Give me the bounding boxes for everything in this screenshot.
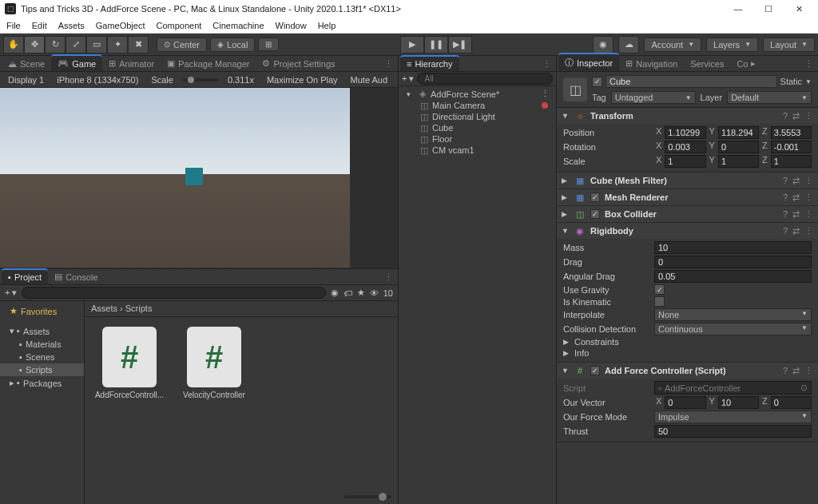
is-kinematic-checkbox[interactable] xyxy=(654,296,665,307)
angular-drag-field[interactable] xyxy=(654,270,812,283)
rigidbody-header[interactable]: ▼◉Rigidbody?⇄⋮ xyxy=(557,223,818,239)
local-button[interactable]: ◈Local xyxy=(210,38,255,52)
hier-cube[interactable]: ◫Cube xyxy=(399,122,556,133)
add-object-button[interactable]: + ▾ xyxy=(402,73,414,84)
position-y[interactable] xyxy=(718,126,759,139)
asset-addforcecontroller[interactable]: # AddForceControll... xyxy=(94,327,165,399)
collab-icon[interactable]: ◉ xyxy=(593,36,614,54)
cloud-icon[interactable]: ☁ xyxy=(618,36,639,54)
tree-scripts[interactable]: ▪ Scripts xyxy=(0,363,84,376)
tab-animator[interactable]: ⊞Animator xyxy=(102,56,161,71)
icon-size-slider[interactable] xyxy=(343,495,391,498)
box-collider-header[interactable]: ▶◫✓Box Collider?⇄⋮ xyxy=(557,206,818,222)
tab-menu-icon[interactable]: ⋮ xyxy=(379,58,398,71)
inspector-tab-menu[interactable]: ⋮ xyxy=(800,58,818,71)
menu-file[interactable]: File xyxy=(6,21,21,30)
rotation-y[interactable] xyxy=(718,141,759,153)
play-button[interactable]: ▶ xyxy=(400,36,424,54)
breadcrumb[interactable]: Assets › Scripts xyxy=(85,301,398,317)
position-x[interactable] xyxy=(665,126,705,139)
help-icon[interactable]: ? xyxy=(783,111,788,121)
info-foldout[interactable]: Info xyxy=(574,348,589,358)
maximize-toggle[interactable]: Maximize On Play xyxy=(264,74,341,85)
collision-detection-dropdown[interactable]: Continuous▼ xyxy=(654,323,812,335)
mass-field[interactable] xyxy=(654,241,812,254)
tab-services[interactable]: Services xyxy=(684,57,730,71)
active-checkbox[interactable]: ✓ xyxy=(592,77,602,87)
asset-velocitycontroller[interactable]: # VelocityController xyxy=(179,327,249,399)
menu-gameobject[interactable]: GameObject xyxy=(96,21,145,30)
hier-floor[interactable]: ◫Floor xyxy=(399,133,556,145)
tab-inspector[interactable]: ⓘInspector xyxy=(558,53,619,71)
account-dropdown[interactable]: Account▼ xyxy=(644,38,701,52)
force-mode-dropdown[interactable]: Impulse▼ xyxy=(654,411,812,423)
menu-component[interactable]: Component xyxy=(156,21,201,30)
tab-project-settings[interactable]: ⚙Project Settings xyxy=(256,56,341,71)
snap-button[interactable]: ⊞ xyxy=(258,38,279,51)
rotation-z[interactable] xyxy=(771,141,812,153)
tab-navigation[interactable]: ⊞Navigation xyxy=(619,56,684,71)
layout-dropdown[interactable]: Layout▼ xyxy=(763,38,815,52)
rotation-x[interactable] xyxy=(665,141,705,153)
menu-window[interactable]: Window xyxy=(276,21,307,30)
rect-tool-icon[interactable]: ▭ xyxy=(86,36,107,54)
resolution-dropdown[interactable]: iPhone 8 (1334x750) xyxy=(54,74,141,85)
move-tool-icon[interactable]: ✥ xyxy=(24,36,45,54)
display-dropdown[interactable]: Display 1 xyxy=(5,74,47,85)
custom-tool-icon[interactable]: ✖ xyxy=(128,36,149,54)
close-button[interactable]: ✕ xyxy=(791,4,807,14)
project-tab-menu-icon[interactable]: ⋮ xyxy=(379,271,398,284)
rotate-tool-icon[interactable]: ↻ xyxy=(45,36,66,54)
menu-cinemachine[interactable]: Cinemachine xyxy=(212,21,264,30)
hierarchy-tab-menu[interactable]: ⋮ xyxy=(538,58,556,71)
mute-toggle[interactable]: Mute Aud xyxy=(347,74,391,85)
scene-menu-icon[interactable]: ⋮ xyxy=(541,89,550,99)
position-z[interactable] xyxy=(771,126,812,139)
add-asset-button[interactable]: + ▾ xyxy=(5,288,17,298)
transform-header[interactable]: ▼⟐ Transform ?⇄⋮ xyxy=(557,108,818,124)
hidden-icon[interactable]: 👁 xyxy=(370,288,379,298)
hier-directional-light[interactable]: ◫Directional Light xyxy=(399,111,556,122)
tag-dropdown[interactable]: Untagged▼ xyxy=(611,91,696,104)
filter-icon[interactable]: ◉ xyxy=(331,288,339,298)
thrust-field[interactable] xyxy=(654,425,812,438)
tab-project[interactable]: ▪Project xyxy=(2,268,48,284)
object-name-field[interactable]: Cube xyxy=(606,75,777,88)
menu-assets[interactable]: Assets xyxy=(58,21,85,30)
hier-main-camera[interactable]: ◫Main Camera xyxy=(399,100,556,111)
script-ref-field[interactable]: ▫AddForceController⊙ xyxy=(654,381,812,395)
tab-hierarchy[interactable]: ≡Hierarchy xyxy=(400,55,459,71)
our-vector-z[interactable] xyxy=(771,396,812,409)
scale-slider[interactable] xyxy=(183,78,218,81)
tab-console[interactable]: ▤Console xyxy=(48,269,104,284)
hand-tool-icon[interactable]: ✋ xyxy=(3,36,24,54)
mesh-filter-header[interactable]: ▶▦Cube (Mesh Filter)?⇄⋮ xyxy=(557,173,818,189)
scale-x[interactable] xyxy=(665,155,705,168)
mesh-renderer-header[interactable]: ▶▦✓Mesh Renderer?⇄⋮ xyxy=(557,189,818,205)
our-vector-x[interactable] xyxy=(665,396,705,409)
drag-field[interactable] xyxy=(654,256,812,268)
tree-packages[interactable]: ▸ ▪ Packages xyxy=(0,376,84,390)
favorite-filter-icon[interactable]: ★ xyxy=(357,288,365,298)
our-vector-y[interactable] xyxy=(718,396,759,409)
pivot-button[interactable]: ⊙Center xyxy=(157,38,207,52)
tree-scenes[interactable]: ▪ Scenes xyxy=(0,351,84,363)
pause-button[interactable]: ❚❚ xyxy=(424,36,448,54)
project-search-input[interactable] xyxy=(22,287,325,299)
maximize-button[interactable]: ☐ xyxy=(760,4,776,14)
minimize-button[interactable]: — xyxy=(730,4,746,14)
scale-tool-icon[interactable]: ⤢ xyxy=(66,36,86,54)
constraints-foldout[interactable]: Constraints xyxy=(574,337,619,347)
hier-scene[interactable]: ▾◈AddForce Scene* ⋮ xyxy=(399,88,556,100)
menu-edit[interactable]: Edit xyxy=(32,21,47,30)
tag-filter-icon[interactable]: 🏷 xyxy=(343,288,352,298)
preset-icon[interactable]: ⇄ xyxy=(792,111,800,121)
use-gravity-checkbox[interactable]: ✓ xyxy=(654,284,665,295)
tab-scene[interactable]: ⛰Scene xyxy=(2,57,51,71)
tree-assets[interactable]: ▾ ▪ Assets xyxy=(0,324,84,338)
tab-game[interactable]: 🎮Game xyxy=(51,54,102,71)
hier-cm-vcam1[interactable]: ◫CM vcam1 xyxy=(399,145,556,156)
tree-materials[interactable]: ▪ Materials xyxy=(0,338,84,351)
hierarchy-search-input[interactable] xyxy=(417,73,553,85)
menu-icon[interactable]: ⋮ xyxy=(804,111,813,121)
